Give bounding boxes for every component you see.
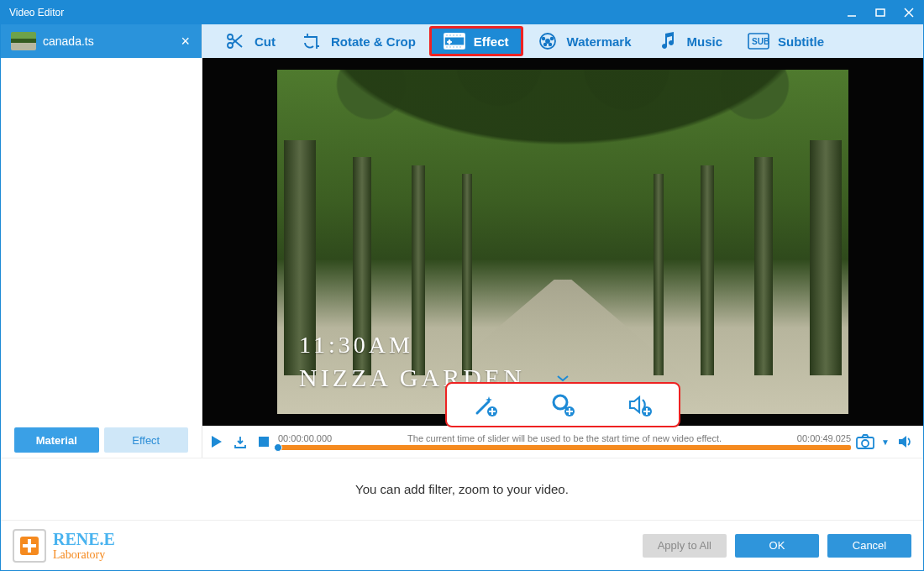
add-zoom-button[interactable] [543, 388, 583, 422]
tool-rotate-crop[interactable]: Rotate & Crop [289, 26, 428, 56]
file-thumbnail [11, 32, 36, 50]
svg-rect-15 [459, 34, 461, 36]
close-button[interactable] [895, 1, 923, 24]
tab-material[interactable]: Material [14, 427, 99, 453]
add-volume-button[interactable] [620, 388, 660, 422]
chevron-down-icon[interactable] [557, 375, 569, 382]
magic-wand-plus-icon [472, 391, 499, 418]
svg-rect-1 [876, 9, 885, 16]
svg-point-4 [228, 34, 233, 39]
svg-text:SUB: SUB [752, 37, 769, 46]
svg-rect-14 [456, 34, 458, 36]
minimize-button[interactable] [837, 1, 866, 24]
stop-button[interactable] [255, 432, 273, 451]
tool-rotate-label: Rotate & Crop [331, 34, 416, 49]
tool-music[interactable]: Music [645, 26, 735, 56]
effect-tool-pill [445, 382, 680, 427]
timeline-knob[interactable] [274, 443, 282, 452]
right-panel: Cut Rotate & Crop [202, 24, 923, 458]
tool-effect-label: Effect [474, 34, 509, 49]
volume-button[interactable] [896, 432, 915, 451]
brand-line1: RENE.E [53, 531, 115, 547]
rotate-crop-icon [301, 30, 323, 52]
cancel-button[interactable]: Cancel [827, 534, 911, 558]
overlay-time-text: 11:30AM [299, 332, 413, 359]
brand: RENE.E Laboratory [13, 529, 115, 563]
scissors-icon [224, 30, 246, 52]
preview-stage: 11:30AM NIZZA GARDEN [202, 58, 923, 426]
tool-music-label: Music [687, 34, 723, 49]
playback-controls: 00:00:00.000 The current time of slider … [202, 426, 923, 458]
svg-point-25 [543, 44, 546, 46]
svg-rect-20 [459, 46, 461, 48]
maximize-button[interactable] [866, 1, 895, 24]
tool-cut[interactable]: Cut [213, 26, 287, 56]
svg-rect-18 [453, 46, 454, 48]
export-button[interactable] [231, 432, 249, 451]
brand-line2: Laboratory [53, 549, 115, 561]
svg-point-43 [862, 440, 869, 447]
timeline-hint: The current time of slider will be used … [332, 433, 797, 443]
svg-point-5 [228, 43, 233, 48]
file-tab[interactable]: canada.ts × [1, 24, 202, 58]
music-note-icon [657, 30, 679, 52]
svg-point-24 [550, 38, 553, 40]
snapshot-dropdown-icon[interactable]: ▼ [881, 437, 890, 447]
app-window: Video Editor canada.ts × Material E [0, 0, 924, 571]
tool-subtitle[interactable]: SUB Subtitle [736, 26, 836, 56]
svg-line-29 [477, 401, 489, 413]
file-name: canada.ts [43, 34, 172, 48]
footer: RENE.E Laboratory Apply to All OK Cancel [1, 520, 923, 570]
window-controls [837, 1, 923, 24]
hint-text: You can add filter, zoom to your video. [355, 482, 569, 496]
left-panel: canada.ts × Material Effect [1, 24, 202, 458]
watermark-icon [537, 30, 559, 52]
file-list-area [1, 58, 202, 427]
ok-button[interactable]: OK [735, 534, 819, 558]
svg-rect-19 [456, 46, 458, 48]
subtitle-icon: SUB [748, 30, 769, 52]
file-close-icon[interactable]: × [179, 33, 192, 50]
svg-point-23 [542, 38, 544, 40]
tool-watermark-label: Watermark [567, 34, 632, 49]
apply-all-button[interactable]: Apply to All [643, 534, 727, 558]
filmstrip-sparkle-icon [444, 30, 465, 52]
time-start: 00:00:00.000 [278, 433, 332, 443]
window-title: Video Editor [9, 7, 837, 18]
svg-rect-17 [449, 46, 451, 48]
tab-effect[interactable]: Effect [104, 427, 189, 453]
titlebar: Video Editor [1, 1, 923, 24]
tool-subtitle-label: Subtitle [778, 34, 824, 49]
tool-watermark[interactable]: Watermark [525, 26, 643, 56]
brand-logo-icon [13, 529, 46, 563]
tool-effect[interactable]: Effect [429, 26, 523, 56]
add-filter-button[interactable] [465, 388, 506, 422]
timeline-track[interactable] [278, 445, 851, 450]
hint-bar: You can add filter, zoom to your video. [1, 458, 923, 520]
svg-rect-12 [449, 34, 451, 36]
play-button[interactable] [207, 432, 226, 451]
svg-rect-13 [453, 34, 454, 36]
svg-rect-16 [446, 46, 448, 48]
left-tab-bar: Material Effect [1, 427, 202, 458]
snapshot-button[interactable] [856, 432, 874, 451]
time-end: 00:00:49.025 [797, 433, 851, 443]
svg-rect-11 [446, 34, 448, 36]
preview-frame[interactable]: 11:30AM NIZZA GARDEN [277, 70, 848, 414]
magnifier-plus-icon [549, 391, 576, 418]
svg-rect-41 [259, 437, 269, 447]
tool-cut-label: Cut [255, 34, 276, 49]
svg-point-26 [549, 44, 551, 46]
svg-point-22 [546, 39, 549, 43]
main-toolbar: Cut Rotate & Crop [202, 24, 923, 58]
speaker-plus-icon [627, 391, 654, 418]
